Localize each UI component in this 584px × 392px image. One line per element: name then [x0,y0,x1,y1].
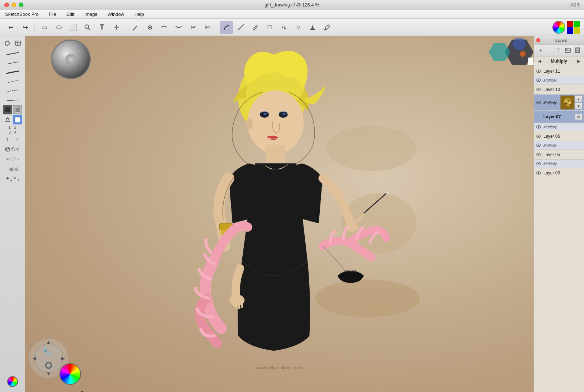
zoom-button[interactable] [81,21,94,34]
add-layer-button[interactable]: + [536,46,545,55]
menu-edit[interactable]: Edit [64,11,76,18]
text-layer-button[interactable]: T [554,46,562,55]
tool-library[interactable] [13,38,23,48]
image-layer-button[interactable] [563,46,572,55]
scissors2-button[interactable]: ✄ [201,21,214,34]
smear-button[interactable] [158,21,171,34]
menu-help[interactable]: Help [132,11,146,18]
swatch-blue[interactable] [567,27,573,34]
mini-color-wheel[interactable] [7,376,18,387]
pencil-button[interactable] [249,21,262,34]
menu-sketchbook[interactable]: SketchBook Pro [3,11,41,18]
layer-06-blend-vis[interactable] [535,124,542,130]
dots-tool[interactable] [3,175,22,184]
size-1[interactable]: 1 [3,135,12,144]
menu-image[interactable]: Image [82,11,100,18]
layer-blend-06-a[interactable]: Multiply [534,123,584,131]
spray-tool[interactable] [3,155,22,164]
svg-point-5 [324,28,326,30]
layer-09-visibility[interactable] [535,170,542,176]
tool-settings[interactable] [2,38,12,48]
menu-file[interactable]: File [46,11,58,18]
brush-indicator[interactable] [51,40,91,79]
svg-point-56 [386,191,388,193]
layer-11-visibility[interactable] [535,68,542,74]
save-layer-button[interactable] [573,46,582,55]
wave-button[interactable]: ∿ [278,21,291,34]
menu-window[interactable]: Window [105,11,126,18]
brush-ink-2[interactable] [3,77,22,86]
brush-marker-2[interactable] [3,96,22,104]
color-swatches[interactable] [567,21,580,34]
brush-ink-1[interactable] [3,68,22,76]
layer-07-options[interactable]: ⊞ [575,114,583,120]
move-button[interactable]: ✛ [110,21,123,34]
brush-pencil-1[interactable] [3,49,22,58]
layer-10-blend-visibility[interactable] [535,77,542,83]
smear2-button[interactable] [172,21,185,34]
minimize-button[interactable] [12,3,16,7]
brush-num-2[interactable]: 2 [13,125,18,129]
layer-blend-05-a[interactable]: Multiply [534,141,584,150]
layer-09-blend-vis[interactable] [535,160,542,167]
brush-num-4[interactable]: 4 [13,130,18,135]
layer-06-visibility[interactable] [535,133,542,140]
swatch-green[interactable] [574,21,580,27]
swatch-yellow[interactable] [574,27,580,34]
brush-size-control[interactable] [51,40,91,79]
layer-item-05[interactable]: Layer 05 [534,150,584,160]
layer-item-10[interactable]: Layer 10 [534,85,584,95]
fill-tool-2[interactable] [13,105,22,114]
layer-07-blend-visibility[interactable] [535,99,542,106]
scissors-button[interactable]: ✂ [187,21,199,34]
brush-num-3[interactable]: 3 [7,130,12,135]
layer-item-06[interactable]: Layer 06 [534,131,584,141]
line-button[interactable] [234,21,247,34]
layer-blend-10[interactable]: Multiply [534,76,584,85]
text-button[interactable]: T [95,21,108,34]
layer-item-09[interactable]: Layer 09 [534,168,584,178]
brush-button[interactable] [129,21,142,34]
stamp-button[interactable]: ⊕ [143,21,156,34]
layer-item-07[interactable]: Layer 07 ⊞ [534,111,584,123]
brush-num-1[interactable]: 1 [7,125,12,129]
maximize-button[interactable] [19,3,23,7]
fill-tool-1[interactable] [3,105,12,114]
lasso-select-button[interactable]: ⬭ [52,21,65,34]
eyedropper-button[interactable] [321,21,334,34]
svg-line-1 [88,28,90,30]
fill-button[interactable] [306,21,319,34]
blend-mode-next[interactable]: ▶ [575,58,582,64]
draw-active-button[interactable] [220,21,233,34]
redo-button[interactable]: ↪ [19,21,32,34]
swatch-red[interactable] [567,21,573,27]
brush-pencil-2[interactable] [3,58,22,67]
layer-07-down[interactable]: ▼ [575,103,583,109]
layer-blend-09[interactable]: Multiply [534,160,584,168]
pointer-tool[interactable]: ↗ [77,388,88,392]
layer-05-visibility[interactable] [535,151,542,158]
undo-button[interactable]: ↩ [4,21,17,34]
close-button[interactable] [4,3,9,7]
scatter-tool[interactable] [3,145,22,154]
svg-point-42 [315,279,420,317]
pattern-tool[interactable] [3,165,22,174]
canvas-area[interactable]: www.fullcrackindir.com ▲ ▶ ▼ ◀ 🔧 ↗ [25,36,534,392]
transform-select-button[interactable]: ⬜ [67,21,80,34]
layer-item-11[interactable]: Layer 11 [534,66,584,76]
layer-blend-07[interactable]: Multiply ▲ ▼ [534,95,584,111]
blend-mode-prev[interactable]: ◀ [536,58,543,64]
size-2[interactable]: 2 [13,135,22,144]
layer-05-blend-vis-a[interactable] [535,142,542,149]
brush-marker-1[interactable] [3,86,22,95]
layer-07-up[interactable]: ▲ [575,96,583,102]
panel-close[interactable] [536,38,540,42]
active-fill-tool[interactable] [13,115,22,124]
rectangle-select-button[interactable]: ▭ [38,21,51,34]
ellipse-button[interactable]: ○ [292,21,305,34]
bucket-tool[interactable] [3,115,12,124]
bottom-color-wheel[interactable] [59,363,81,385]
rectangle-button[interactable]: □ [263,21,276,34]
layer-10-visibility[interactable] [535,86,542,93]
color-wheel[interactable] [552,21,565,34]
